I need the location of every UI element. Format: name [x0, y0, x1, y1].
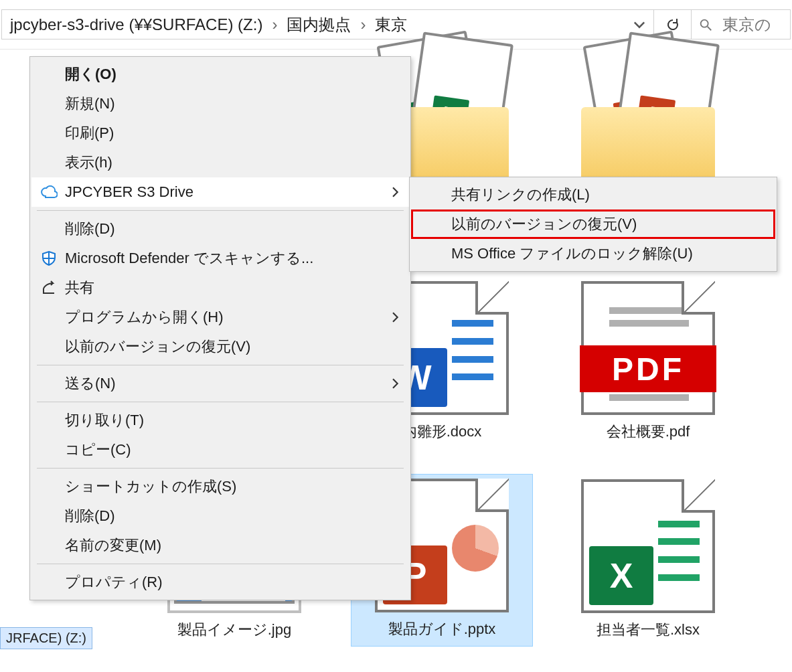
menu-create-shortcut[interactable]: ショートカットの作成(S) — [31, 472, 409, 501]
menu-restore-previous[interactable]: 以前のバージョンの復元(V) — [31, 332, 409, 361]
file-label: 会社概要.pdf — [561, 422, 735, 442]
menu-properties[interactable]: プロパティ(R) — [31, 568, 409, 597]
file-label: 製品イメージ.jpg — [147, 620, 321, 640]
breadcrumb-root[interactable]: jpcyber-s3-drive (¥¥SURFACE) (Z:) — [7, 15, 265, 34]
menu-share[interactable]: 共有 — [31, 273, 409, 303]
file-label: 担当者一覧.xlsx — [561, 620, 735, 640]
history-dropdown-button[interactable] — [629, 19, 649, 31]
breadcrumb[interactable]: jpcyber-s3-drive (¥¥SURFACE) (Z:) › 国内拠点… — [1, 9, 654, 39]
nav-tree-tooltip: JRFACE) (Z:) — [0, 627, 92, 649]
submenu-restore-previous-version[interactable]: 以前のバージョンの復元(V) — [411, 209, 775, 239]
menu-send-to[interactable]: 送る(N) — [31, 369, 409, 398]
svg-point-0 — [701, 19, 708, 27]
menu-new[interactable]: 新規(N) — [31, 89, 409, 118]
menu-copy[interactable]: コピー(C) — [31, 435, 409, 465]
chevron-right-icon — [392, 187, 400, 197]
chevron-right-icon — [392, 312, 400, 323]
submenu-create-share-link[interactable]: 共有リンクの作成(L) — [411, 180, 775, 209]
menu-delete[interactable]: 削除(D) — [31, 501, 409, 531]
cloud-icon — [39, 185, 58, 199]
menu-defender-scan[interactable]: Microsoft Defender でスキャンする... — [31, 244, 409, 273]
search-placeholder: 東京の — [722, 14, 771, 35]
refresh-icon — [665, 17, 681, 33]
menu-open-with[interactable]: プログラムから開く(H) — [31, 303, 409, 332]
chevron-right-icon — [392, 378, 400, 389]
menu-view[interactable]: 表示(h) — [31, 148, 409, 177]
menu-delete[interactable]: 削除(D) — [31, 214, 409, 244]
menu-print[interactable]: 印刷(P) — [31, 118, 409, 148]
file-item-pdf[interactable]: PDF 会社概要.pdf — [561, 281, 735, 442]
search-icon — [698, 17, 713, 32]
pdf-badge: PDF — [580, 345, 716, 392]
menu-jpcyber-s3-drive[interactable]: JPCYBER S3 Drive — [31, 177, 409, 207]
breadcrumb-level2[interactable]: 東京 — [372, 14, 410, 35]
menu-cut[interactable]: 切り取り(T) — [31, 406, 409, 435]
breadcrumb-level1[interactable]: 国内拠点 — [284, 14, 353, 35]
menu-open[interactable]: 開く(O) — [31, 60, 409, 89]
chevron-right-icon: › — [353, 15, 372, 34]
chevron-right-icon: › — [265, 15, 284, 34]
submenu-unlock-office-file[interactable]: MS Office ファイルのロック解除(U) — [411, 239, 775, 268]
file-item-xlsx[interactable]: 担当者一覧.xlsx — [561, 479, 735, 640]
svg-line-1 — [708, 26, 712, 30]
search-input[interactable]: 東京の — [692, 9, 791, 39]
chevron-down-icon — [633, 19, 645, 31]
shield-icon — [39, 250, 58, 266]
context-menu: 開く(O) 新規(N) 印刷(P) 表示(h) JPCYBER S3 Drive… — [29, 56, 411, 600]
file-label: 製品ガイド.pptx — [351, 619, 532, 639]
context-submenu: 共有リンクの作成(L) 以前のバージョンの復元(V) MS Office ファイ… — [409, 177, 777, 272]
share-icon — [39, 280, 58, 295]
menu-rename[interactable]: 名前の変更(M) — [31, 531, 409, 560]
